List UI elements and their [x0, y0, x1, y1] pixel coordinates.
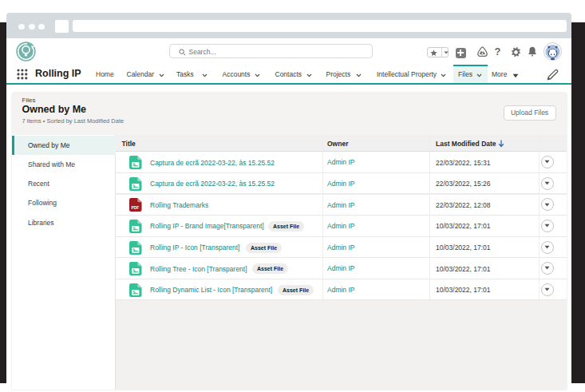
- svg-text:PDF: PDF: [132, 207, 140, 211]
